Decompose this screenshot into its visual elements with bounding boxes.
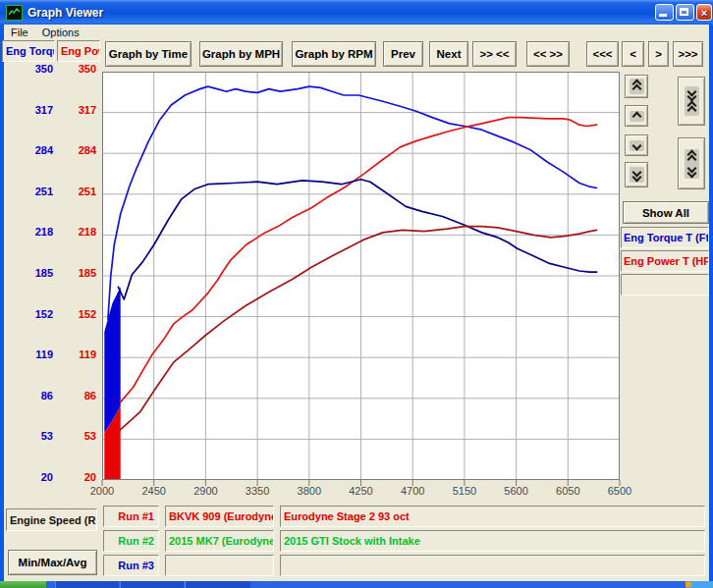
menu-file[interactable]: File <box>4 27 35 38</box>
y-axis-torque-tick-label: 350 <box>12 63 53 76</box>
run-1-file-field[interactable]: BKVK 909 (Eurodyne, I <box>165 506 274 527</box>
menu-options[interactable]: Options <box>35 27 86 38</box>
y-axis-torque-tick-label: 152 <box>12 308 53 321</box>
zoom-in-x-button[interactable]: >> << <box>472 41 517 67</box>
y-axis-power-tick-label: 119 <box>59 348 96 361</box>
run-label-2: Run #2 <box>103 530 159 552</box>
y-axis-power-tick-label: 218 <box>59 226 96 239</box>
y-axis-torque-tick-label: 53 <box>12 430 53 443</box>
x-axis-tick-label: 6050 <box>542 485 593 497</box>
maximize-icon <box>680 8 688 16</box>
y-axis-torque-tick-label: 251 <box>12 186 53 198</box>
close-icon: × <box>697 5 711 20</box>
y-axis-torque-tick-label: 317 <box>12 104 53 117</box>
title-bar: Graph Viewer × <box>0 0 713 25</box>
dyno-chart <box>102 72 620 480</box>
double-down-chevron-icon <box>630 167 644 183</box>
y-axis-torque-tick-label: 86 <box>12 390 53 402</box>
run-2-description-field[interactable]: 2015 GTI Stock with Intake <box>280 530 705 552</box>
y-axis-torque-tick-label: 185 <box>12 267 53 280</box>
y-axis-torque-tick-label: 119 <box>12 348 53 361</box>
y-axis-power-tick-label: 284 <box>59 144 96 157</box>
run-2-file-field[interactable]: 2015 MK7 (Eurodyne, E <box>165 530 274 552</box>
y-axis-power-tick-label: 251 <box>59 186 96 198</box>
scroll-up-button[interactable] <box>625 105 648 127</box>
window-border-right <box>709 25 713 581</box>
scroll-far-left-button[interactable]: <<< <box>586 41 619 67</box>
y-axis-power-tick-label: 350 <box>59 63 96 76</box>
x-axis-tick-label: 4250 <box>336 485 387 497</box>
x-axis-tick-label: 3350 <box>232 485 283 497</box>
taskbar[interactable] <box>0 581 713 588</box>
x-axis-tick-label: 5150 <box>439 485 490 497</box>
scroll-up-fast-button[interactable] <box>625 75 648 98</box>
y-axis-power-tick-label: 152 <box>59 308 96 321</box>
prev-button[interactable]: Prev <box>383 41 423 67</box>
graph-by-time-button[interactable]: Graph by Time <box>105 41 192 67</box>
scroll-down-button[interactable] <box>625 134 648 156</box>
scroll-down-fast-button[interactable] <box>625 162 648 187</box>
legend-item-torque[interactable]: Eng Torque T (Ft-Lb <box>621 227 709 248</box>
y-axis-power-tick-label: 185 <box>59 267 96 280</box>
expand-y-range-button[interactable] <box>678 137 705 189</box>
legend-empty-box <box>621 274 709 295</box>
y-axis-power-tick-label: 53 <box>59 430 96 443</box>
y-axis-power-tick-label: 317 <box>59 104 96 117</box>
menu-bar: File Options <box>4 25 709 40</box>
x-axis-tick-label: 5600 <box>491 485 542 497</box>
collapse-chevrons-icon <box>685 86 699 116</box>
x-axis-tick-label: 2000 <box>77 485 128 497</box>
minimize-button[interactable] <box>655 4 674 21</box>
y-axis-torque-tick-label: 218 <box>12 226 53 239</box>
torque-axis-header: Eng Torqu <box>2 40 55 62</box>
run-3-file-field[interactable] <box>165 555 274 576</box>
y-axis-torque-tick-label: 20 <box>12 471 53 484</box>
y-axis-torque-tick-label: 284 <box>12 144 53 157</box>
app-icon <box>6 5 23 21</box>
start-button[interactable] <box>0 581 46 588</box>
scroll-far-right-button[interactable]: >>> <box>673 41 703 67</box>
run-3-description-field[interactable] <box>280 555 705 576</box>
x-axis-tick-label: 3800 <box>284 485 335 497</box>
show-all-button[interactable]: Show All <box>623 201 709 224</box>
min-max-avg-button[interactable]: Min/Max/Avg <box>8 550 97 575</box>
taskbar-task-button[interactable] <box>185 581 250 588</box>
expand-chevrons-icon <box>685 149 699 179</box>
window-title: Graph Viewer <box>27 6 103 20</box>
scroll-left-button[interactable]: < <box>622 41 644 67</box>
power-axis-header: Eng Powe <box>57 40 100 62</box>
scroll-right-button[interactable]: > <box>648 41 669 67</box>
taskbar-task-button[interactable] <box>120 581 184 588</box>
graph-by-rpm-button[interactable]: Graph by RPM <box>292 41 376 67</box>
x-axis-tick-label: 6500 <box>594 485 645 497</box>
y-axis-power-tick-label: 20 <box>59 471 96 484</box>
run-label-1: Run #1 <box>103 506 159 527</box>
zoom-out-x-button[interactable]: << >> <box>526 41 570 67</box>
tray-notification-icon <box>686 582 691 587</box>
down-chevron-icon <box>630 140 644 151</box>
double-up-chevron-icon <box>630 79 644 94</box>
graph-viewer-window: Graph Viewer × File Options Eng Torqu En… <box>0 0 713 588</box>
next-button[interactable]: Next <box>429 41 468 67</box>
y-axis-power-tick-label: 86 <box>59 390 96 402</box>
graph-by-mph-button[interactable]: Graph by MPH <box>199 41 283 67</box>
run-1-description-field[interactable]: Eurodyne Stage 2 93 oct <box>280 506 705 527</box>
minimize-icon <box>659 14 667 17</box>
x-axis-tick-label: 4700 <box>387 485 438 497</box>
legend-item-power[interactable]: Eng Power T (HP) <box>621 250 709 272</box>
x-axis-tick-label: 2450 <box>129 485 180 497</box>
window-border-left <box>0 25 4 581</box>
x-axis-tick-label: 2900 <box>180 485 231 497</box>
x-axis-title: Engine Speed (RPM <box>6 508 97 531</box>
maximize-button[interactable] <box>676 4 694 21</box>
collapse-y-range-button[interactable] <box>678 77 705 126</box>
up-chevron-icon <box>630 111 644 122</box>
close-button[interactable]: × <box>696 4 712 21</box>
run-label-3: Run #3 <box>103 555 159 576</box>
taskbar-task-button[interactable] <box>55 581 119 588</box>
